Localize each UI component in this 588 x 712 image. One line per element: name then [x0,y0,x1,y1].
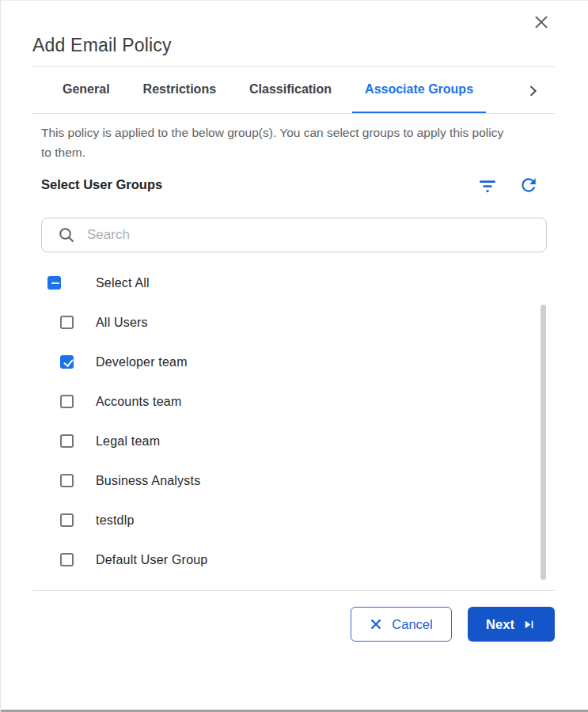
refresh-button[interactable] [518,175,539,195]
group-label: testdlp [96,513,135,528]
checkbox[interactable] [60,355,74,369]
cancel-label: Cancel [392,617,432,632]
cancel-x-icon [370,618,382,631]
search-icon [57,225,76,244]
tab-associate-groups[interactable]: Associate Groups [352,67,486,114]
tab-classification[interactable]: Classification [237,67,344,114]
group-row-legal-team[interactable]: Legal team [1,432,541,451]
divider [32,113,555,114]
search-box [41,218,547,252]
group-row-default-user-group[interactable]: Default User Group [1,551,541,570]
refresh-icon [518,175,539,195]
divider [32,590,555,591]
skip-next-icon [522,617,537,632]
close-button[interactable] [530,11,552,33]
page-title: Add Email Policy [32,35,172,56]
group-label: All Users [96,316,148,330]
add-email-policy-dialog: Add Email Policy General Restrictions Cl… [0,0,588,712]
group-row-accounts-team[interactable]: Accounts team [1,392,541,411]
select-all-row[interactable]: Select All [1,274,541,293]
section-header: Select User Groups [1,175,588,197]
tab-bar: General Restrictions Classification Asso… [1,67,588,114]
filter-button[interactable] [477,176,498,196]
close-icon [531,12,552,32]
next-label: Next [486,617,514,632]
section-title: Select User Groups [41,177,162,192]
checkbox[interactable] [60,474,74,487]
checkbox[interactable] [60,434,74,448]
group-label: Business Analysts [96,474,200,488]
select-all-checkbox[interactable] [47,276,61,290]
group-row-all-users[interactable]: All Users [1,313,541,332]
group-label: Legal team [96,434,160,449]
group-row-business-analysts[interactable]: Business Analysts [1,472,541,490]
checkbox[interactable] [60,395,74,408]
checkbox[interactable] [60,513,74,527]
tab-description: This policy is applied to the below grou… [41,123,516,162]
group-row-developer-team[interactable]: Developer team [1,353,541,372]
chevron-right-icon [525,83,541,99]
group-row-testdlp[interactable]: testdlp [1,511,541,530]
scrollbar[interactable] [541,305,546,580]
tab-restrictions[interactable]: Restrictions [131,67,229,114]
group-label: Developer team [96,355,188,369]
checkbox[interactable] [60,553,74,566]
checkbox[interactable] [60,316,74,329]
select-all-label: Select All [96,276,150,290]
cancel-button[interactable]: Cancel [351,607,452,642]
filter-icon [477,176,498,196]
group-label: Default User Group [96,553,207,567]
tab-general[interactable]: General [50,67,123,114]
group-label: Accounts team [96,395,181,409]
tabs-overflow-button[interactable] [525,83,541,99]
search-input[interactable] [76,227,546,243]
next-button[interactable]: Next [468,607,555,642]
